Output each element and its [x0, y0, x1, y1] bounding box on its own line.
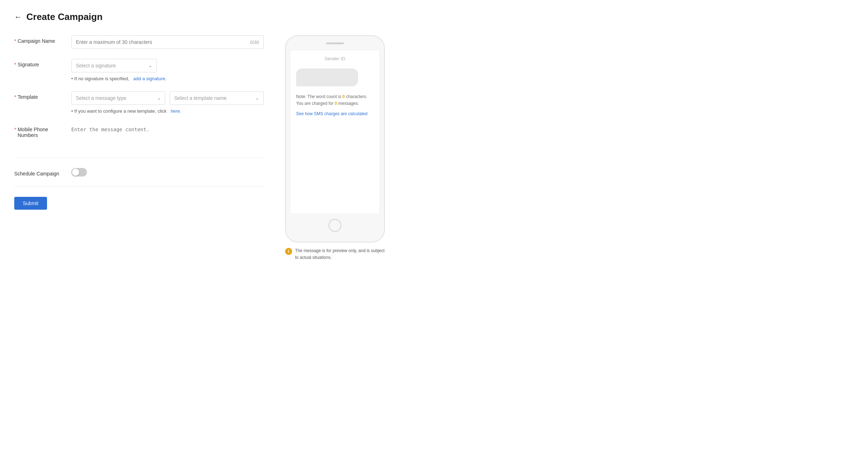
preview-note-text: The message is for preview only, and is … [295, 247, 385, 261]
phone-preview: Sender ID Note: The word count is 0 char… [285, 35, 385, 261]
form-divider [14, 186, 264, 187]
signature-label: * Signature [14, 59, 71, 67]
word-count: 0 [342, 94, 345, 99]
page-title: Create Campaign [26, 11, 103, 22]
signature-row: * Signature Select a signature ⌄ If no s… [14, 59, 264, 81]
signature-select-label: Select a signature [76, 63, 116, 68]
required-star-phone: * [14, 127, 16, 132]
toggle-thumb [72, 169, 79, 176]
schedule-toggle[interactable] [71, 168, 87, 177]
required-star: * [14, 38, 16, 44]
template-hint: If you want to configure a new template,… [71, 108, 264, 114]
campaign-name-input-wrapper[interactable]: 0/30 [71, 35, 264, 49]
template-name-select[interactable]: Select a template name ⌄ [170, 91, 264, 105]
message-type-label: Select a message type [76, 95, 126, 101]
phone-notch [326, 42, 344, 44]
mobile-phone-label: * Mobile Phone Numbers [14, 124, 71, 138]
message-content-input[interactable] [71, 124, 264, 152]
phone-frame: Sender ID Note: The word count is 0 char… [285, 35, 385, 242]
form-section: * Campaign Name 0/30 * Signature Select … [14, 35, 264, 210]
signature-control: Select a signature ⌄ If no signature is … [71, 59, 264, 81]
back-button[interactable]: ← [14, 12, 22, 22]
template-row: * Template Select a message type ⌄ Selec… [14, 91, 264, 114]
schedule-campaign-label: Schedule Campaign [14, 168, 71, 177]
sender-id-label: Sender ID [296, 56, 374, 61]
chevron-down-icon: ⌄ [149, 63, 152, 68]
chevron-down-icon-msg: ⌄ [157, 96, 161, 101]
signature-select[interactable]: Select a signature ⌄ [71, 59, 157, 72]
message-type-select[interactable]: Select a message type ⌄ [71, 91, 165, 105]
required-star-tmpl: * [14, 94, 16, 100]
preview-note: i The message is for preview only, and i… [285, 247, 385, 261]
chevron-down-icon-tmpl: ⌄ [255, 96, 259, 101]
required-star-sig: * [14, 62, 16, 67]
sms-charges-link[interactable]: See how SMS charges are calculated [296, 111, 374, 117]
schedule-toggle-area [71, 168, 264, 177]
template-name-label: Select a template name [174, 95, 227, 101]
submit-button[interactable]: Submit [14, 197, 47, 210]
signature-hint: If no signature is specified, add a sign… [71, 76, 264, 81]
info-icon: i [285, 248, 292, 255]
schedule-campaign-row: Schedule Campaign [14, 168, 264, 177]
message-bubble [296, 68, 358, 86]
template-link[interactable]: here. [171, 108, 181, 114]
mobile-phone-row: * Mobile Phone Numbers [14, 124, 264, 158]
message-count: 0 [335, 101, 337, 106]
page-header: ← Create Campaign [14, 11, 854, 22]
phone-screen: Sender ID Note: The word count is 0 char… [290, 50, 380, 214]
campaign-name-control: 0/30 [71, 35, 264, 49]
template-control: Select a message type ⌄ Select a templat… [71, 91, 264, 114]
campaign-name-label: * Campaign Name [14, 35, 71, 44]
template-label: * Template [14, 91, 71, 100]
main-layout: * Campaign Name 0/30 * Signature Select … [14, 35, 854, 261]
char-count: 0/30 [250, 40, 259, 45]
template-selects: Select a message type ⌄ Select a templat… [71, 91, 264, 105]
phone-home-button [329, 219, 341, 232]
campaign-name-input[interactable] [76, 39, 250, 45]
add-signature-link[interactable]: add a signature. [133, 76, 166, 81]
mobile-phone-control [71, 124, 264, 153]
campaign-name-row: * Campaign Name 0/30 [14, 35, 264, 49]
toggle-track [71, 168, 87, 177]
note-text: Note: The word count is 0 characters. Yo… [296, 93, 374, 107]
